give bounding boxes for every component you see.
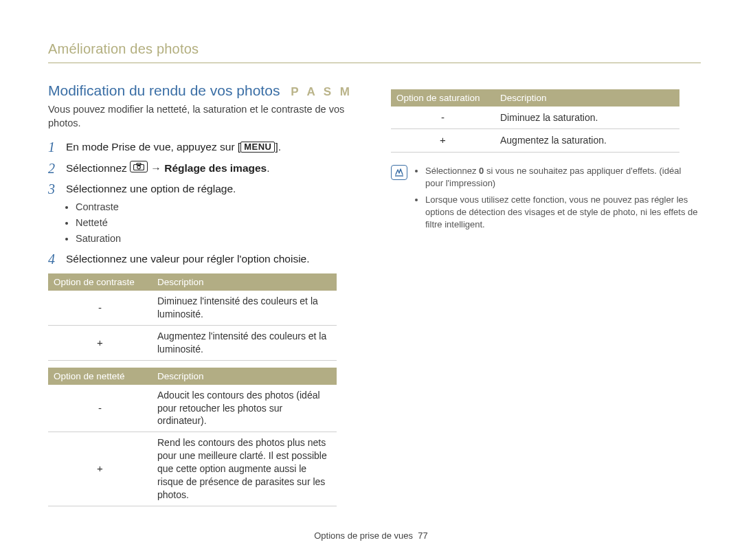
step-2-arrow: → bbox=[148, 162, 164, 174]
step-4: 4 Sélectionnez une valeur pour régler l'… bbox=[48, 251, 358, 267]
table-header-description: Description bbox=[152, 273, 337, 291]
option-sign: + bbox=[48, 432, 152, 506]
column-right: Option de saturation Description - Dimin… bbox=[391, 82, 701, 506]
page-footer: Options de prise de vues 77 bbox=[0, 530, 742, 541]
svg-point-2 bbox=[137, 166, 141, 169]
mode-letters: P A S M bbox=[291, 85, 352, 98]
step-body: Sélectionnez → Réglage des images. bbox=[66, 161, 358, 176]
option-desc: Adoucit les contours des photos (idéal p… bbox=[152, 385, 337, 432]
table-saturation: Option de saturation Description - Dimin… bbox=[391, 89, 679, 153]
option-desc: Augmentez la saturation. bbox=[495, 129, 679, 152]
step-number: 4 bbox=[48, 251, 59, 267]
step-body: Sélectionnez une option de réglage. Cont… bbox=[66, 181, 358, 246]
option-sign: - bbox=[391, 107, 495, 129]
steps-list: 1 En mode Prise de vue, appuyez sur [MEN… bbox=[48, 139, 358, 267]
option-sign: - bbox=[48, 291, 152, 325]
table-sharpness: Option de netteté Description - Adoucit … bbox=[48, 368, 337, 506]
table-header-option: Option de saturation bbox=[391, 89, 495, 107]
footer-label: Options de prise de vues bbox=[314, 530, 413, 541]
step-number: 1 bbox=[48, 139, 59, 155]
step-1: 1 En mode Prise de vue, appuyez sur [MEN… bbox=[48, 139, 358, 155]
title-row: Modification du rendu de vos photos P A … bbox=[48, 82, 358, 99]
table-contrast: Option de contraste Description - Diminu… bbox=[48, 273, 337, 361]
note-box: Sélectionnez 0 si vous ne souhaitez pas … bbox=[391, 165, 701, 236]
step-2-bold: Réglage des images bbox=[164, 162, 267, 174]
step-body: Sélectionnez une valeur pour régler l'op… bbox=[66, 251, 358, 267]
option-desc: Diminuez l'intensité des couleurs et la … bbox=[152, 291, 337, 325]
table-header-row: Option de contraste Description bbox=[48, 273, 337, 291]
page: Amélioration des photos Modification du … bbox=[0, 0, 742, 560]
step-3-text: Sélectionnez une option de réglage. bbox=[66, 183, 236, 194]
table-header-description: Description bbox=[495, 89, 679, 107]
table-row: - Adoucit les contours des photos (idéal… bbox=[48, 385, 337, 432]
note-icon bbox=[391, 165, 407, 236]
option-desc: Augmentez l'intensité des couleurs et la… bbox=[152, 325, 337, 360]
table-header-description: Description bbox=[152, 368, 337, 385]
note-item-2: Lorsque vous utilisez cette fonction, vo… bbox=[425, 194, 701, 232]
note-list: Sélectionnez 0 si vous ne souhaitez pas … bbox=[414, 165, 701, 236]
camera-icon bbox=[130, 161, 148, 172]
option-sign: - bbox=[48, 385, 152, 432]
footer-page-number: 77 bbox=[418, 530, 427, 541]
content-columns: Modification du rendu de vos photos P A … bbox=[48, 82, 701, 506]
table-header-option: Option de contraste bbox=[48, 273, 152, 291]
table-row: - Diminuez la saturation. bbox=[391, 107, 679, 129]
step-body: En mode Prise de vue, appuyez sur [MENU]… bbox=[66, 139, 358, 155]
step-number: 2 bbox=[48, 161, 59, 176]
option-desc: Diminuez la saturation. bbox=[495, 107, 679, 129]
intro-text: Vous pouvez modifier la netteté, la satu… bbox=[48, 103, 358, 130]
note-1-prefix: Sélectionnez bbox=[425, 166, 479, 176]
table-row: + Rend les contours des photos plus nets… bbox=[48, 432, 337, 506]
note-item-1: Sélectionnez 0 si vous ne souhaitez pas … bbox=[425, 165, 701, 190]
step-3-bullets: Contraste Netteté Saturation bbox=[66, 200, 358, 246]
section-header: Amélioration des photos bbox=[48, 41, 701, 63]
bullet-sharpness: Netteté bbox=[76, 216, 358, 230]
column-left: Modification du rendu de vos photos P A … bbox=[48, 82, 358, 506]
table-header-row: Option de saturation Description bbox=[391, 89, 679, 107]
step-2: 2 Sélectionnez → Réglage des images. bbox=[48, 161, 358, 176]
step-2-suffix: . bbox=[267, 162, 269, 174]
step-number: 3 bbox=[48, 181, 59, 197]
bullet-contrast: Contraste bbox=[76, 200, 358, 214]
step-3: 3 Sélectionnez une option de réglage. Co… bbox=[48, 181, 358, 246]
option-sign: + bbox=[48, 325, 152, 360]
table-header-option: Option de netteté bbox=[48, 368, 152, 385]
page-title: Modification du rendu de vos photos bbox=[48, 82, 280, 98]
step-1-suffix: ]. bbox=[275, 141, 281, 153]
menu-button-label: MENU bbox=[240, 142, 275, 153]
step-2-prefix: Sélectionnez bbox=[66, 162, 130, 174]
step-1-prefix: En mode Prise de vue, appuyez sur [ bbox=[66, 141, 240, 153]
option-sign: + bbox=[391, 129, 495, 152]
table-header-row: Option de netteté Description bbox=[48, 368, 337, 385]
table-row: + Augmentez la saturation. bbox=[391, 129, 679, 152]
table-row: + Augmentez l'intensité des couleurs et … bbox=[48, 325, 337, 360]
option-desc: Rend les contours des photos plus nets p… bbox=[152, 432, 337, 506]
table-row: - Diminuez l'intensité des couleurs et l… bbox=[48, 291, 337, 325]
bullet-saturation: Saturation bbox=[76, 232, 358, 246]
